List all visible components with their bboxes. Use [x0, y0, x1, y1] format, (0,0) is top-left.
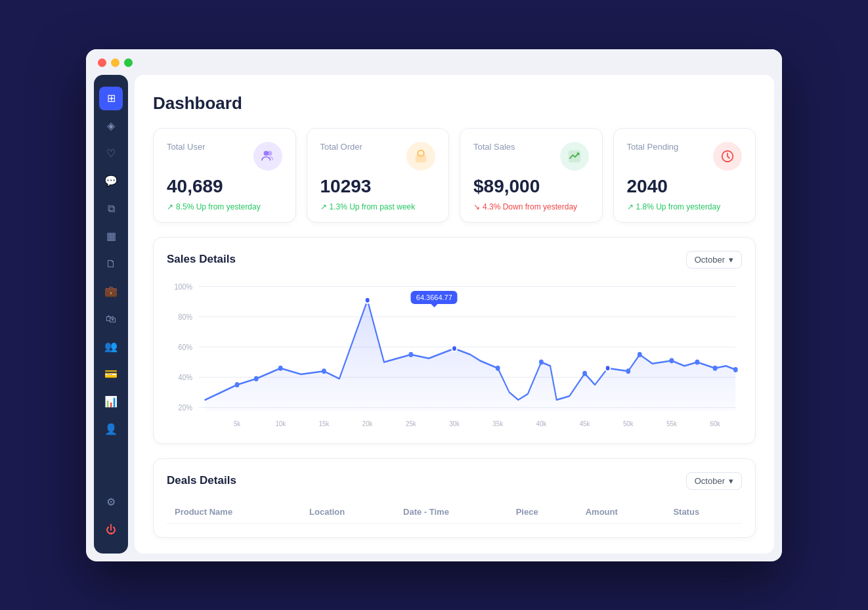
svg-text:20%: 20% — [179, 403, 192, 412]
svg-point-30 — [254, 376, 259, 381]
stat-label-user: Total User — [167, 142, 206, 152]
col-product: Product Name — [167, 500, 301, 524]
svg-point-44 — [713, 365, 718, 370]
stats-row: Total User 40,689 ↗ — [153, 128, 756, 223]
stat-card-total-order: Total Order 10293 ↗ 1.3% Up from past — [307, 128, 450, 223]
sidebar-item-dashboard[interactable]: ⊞ — [99, 87, 123, 110]
sidebar-item-cube[interactable]: ◈ — [99, 114, 123, 138]
stat-label-order: Total Order — [320, 142, 362, 152]
svg-text:10k: 10k — [275, 419, 286, 427]
svg-text:35k: 35k — [492, 419, 503, 427]
svg-text:60k: 60k — [710, 419, 720, 427]
app-window: ⊞ ◈ ♡ 💬 ⧉ ▦ 🗋 💼 🛍 👥 💳 📊 👤 ⚙ ⏻ Dashboard — [86, 49, 782, 561]
arrow-up-icon-3: ↗ — [627, 202, 634, 211]
sidebar-item-table[interactable]: ▦ — [99, 225, 123, 248]
close-button[interactable] — [98, 58, 106, 67]
col-status: Status — [665, 500, 742, 524]
sidebar-item-card[interactable]: 💳 — [99, 362, 123, 386]
arrow-up-icon: ↗ — [167, 202, 173, 211]
svg-text:25k: 25k — [406, 419, 416, 427]
svg-text:5k: 5k — [234, 419, 241, 427]
sidebar-item-bag[interactable]: 🛍 — [99, 307, 123, 331]
chevron-down-icon: ▾ — [729, 255, 733, 265]
svg-point-1 — [267, 150, 272, 155]
stat-icon-user — [253, 142, 282, 171]
svg-point-35 — [452, 345, 457, 351]
stat-value-sales: $89,000 — [473, 176, 589, 197]
svg-point-37 — [539, 359, 544, 364]
sidebar-item-team[interactable]: 👥 — [99, 335, 123, 359]
svg-text:50k: 50k — [623, 419, 634, 427]
svg-point-36 — [496, 365, 500, 370]
col-piece: Piece — [508, 500, 578, 524]
sales-month-selector[interactable]: October ▾ — [686, 251, 742, 269]
stat-label-pending: Total Pending — [627, 142, 679, 152]
svg-text:20k: 20k — [362, 419, 373, 427]
stat-card-total-user: Total User 40,689 ↗ — [153, 128, 296, 223]
svg-point-34 — [408, 351, 413, 357]
svg-point-31 — [278, 365, 283, 370]
stat-icon-pending — [713, 142, 742, 171]
chart-svg: 100% 80% 60% 40% 20% 5k 10k 15k 20k 25k … — [167, 279, 742, 430]
svg-text:60%: 60% — [179, 342, 192, 351]
maximize-button[interactable] — [124, 58, 133, 67]
svg-text:100%: 100% — [175, 282, 192, 291]
deals-table-wrapper: Product Name Location Date - Time Piece … — [167, 500, 742, 524]
svg-point-29 — [235, 381, 240, 387]
svg-point-41 — [638, 351, 642, 357]
arrow-up-icon-2: ↗ — [320, 202, 327, 211]
deals-table: Product Name Location Date - Time Piece … — [167, 500, 742, 524]
stat-icon-order — [406, 142, 435, 171]
main-content: Dashboard Total User — [135, 75, 774, 554]
stat-card-total-sales: Total Sales $89,000 ↘ 4.3% Down from — [460, 128, 603, 223]
svg-point-45 — [733, 366, 738, 372]
sidebar-item-heart[interactable]: ♡ — [99, 142, 123, 165]
col-amount: Amount — [578, 500, 666, 524]
svg-rect-3 — [418, 154, 423, 157]
stat-card-total-pending: Total Pending 2040 ↗ 1.8% Up from yester… — [613, 128, 756, 223]
sidebar: ⊞ ◈ ♡ 💬 ⧉ ▦ 🗋 💼 🛍 👥 💳 📊 👤 ⚙ ⏻ — [94, 75, 128, 554]
svg-point-32 — [322, 368, 326, 374]
sidebar-item-file[interactable]: 🗋 — [99, 252, 123, 276]
col-date: Date - Time — [395, 500, 508, 524]
sidebar-item-user[interactable]: 👤 — [99, 418, 123, 441]
stat-value-order: 10293 — [320, 176, 436, 197]
col-location: Location — [301, 500, 395, 524]
svg-text:40%: 40% — [179, 372, 192, 381]
deals-month-selector[interactable]: October ▾ — [686, 472, 742, 490]
svg-text:15k: 15k — [319, 419, 330, 427]
svg-text:55k: 55k — [666, 419, 677, 427]
arrow-down-icon: ↘ — [473, 202, 480, 211]
sidebar-item-layers[interactable]: ⧉ — [99, 197, 123, 221]
svg-point-39 — [605, 365, 611, 371]
svg-text:45k: 45k — [580, 419, 590, 427]
stat-value-pending: 2040 — [627, 176, 743, 197]
deals-details-section: Deals Details October ▾ Product Name Loc… — [153, 458, 756, 538]
svg-point-40 — [626, 368, 630, 374]
stat-change-order: ↗ 1.3% Up from past week — [320, 202, 436, 211]
sidebar-item-settings[interactable]: ⚙ — [99, 490, 123, 514]
deals-section-title: Deals Details — [167, 474, 236, 487]
stat-icon-sales — [560, 142, 589, 171]
stat-change-sales: ↘ 4.3% Down from yesterday — [473, 202, 589, 211]
svg-point-43 — [695, 359, 699, 364]
svg-text:40k: 40k — [536, 419, 547, 427]
stat-value-user: 40,689 — [167, 176, 282, 197]
sidebar-item-chat[interactable]: 💬 — [99, 169, 123, 193]
svg-point-33 — [365, 297, 370, 303]
stat-change-pending: ↗ 1.8% Up from yesterday — [627, 202, 743, 211]
svg-point-42 — [670, 358, 674, 363]
sidebar-item-power[interactable]: ⏻ — [99, 518, 123, 542]
minimize-button[interactable] — [111, 58, 119, 67]
sidebar-item-chart[interactable]: 📊 — [99, 390, 123, 414]
sales-section-title: Sales Details — [167, 253, 236, 266]
sales-chart: 64.3664.77 100% 80% 60% 40% 20% — [167, 279, 742, 430]
sales-details-section: Sales Details October ▾ 64.3664.77 — [153, 237, 756, 444]
svg-text:30k: 30k — [449, 419, 460, 427]
sidebar-item-briefcase[interactable]: 💼 — [99, 280, 123, 303]
svg-text:80%: 80% — [179, 312, 192, 321]
table-header: Product Name Location Date - Time Piece … — [167, 500, 742, 524]
svg-point-38 — [582, 370, 587, 376]
page-title: Dashboard — [153, 93, 756, 114]
titlebar — [86, 49, 782, 67]
